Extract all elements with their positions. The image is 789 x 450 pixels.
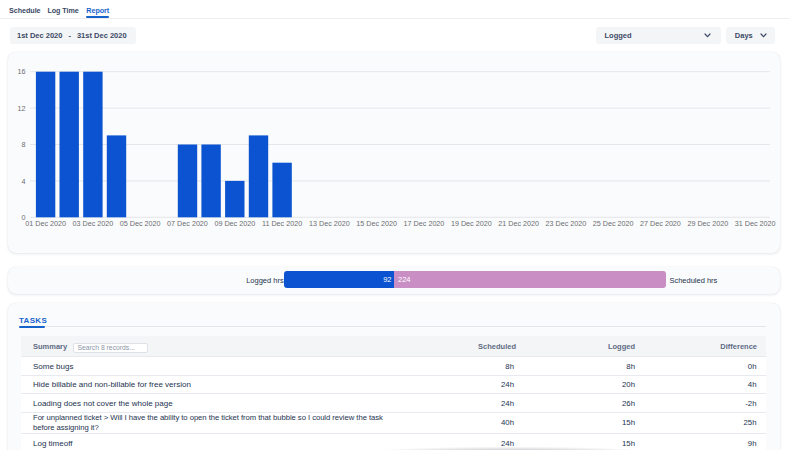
svg-text:15 Dec 2020: 15 Dec 2020 <box>356 219 397 228</box>
svg-text:19 Dec 2020: 19 Dec 2020 <box>451 219 492 228</box>
svg-text:07 Dec 2020: 07 Dec 2020 <box>167 219 208 228</box>
svg-text:11 Dec 2020: 11 Dec 2020 <box>262 219 302 228</box>
svg-text:17 Dec 2020: 17 Dec 2020 <box>404 219 445 228</box>
svg-text:27 Dec 2020: 27 Dec 2020 <box>640 219 681 228</box>
svg-text:4: 4 <box>22 177 26 186</box>
svg-text:23 Dec 2020: 23 Dec 2020 <box>546 219 587 228</box>
svg-text:13 Dec 2020: 13 Dec 2020 <box>309 219 350 228</box>
svg-text:21 Dec 2020: 21 Dec 2020 <box>498 219 539 228</box>
svg-text:09 Dec 2020: 09 Dec 2020 <box>214 219 255 228</box>
svg-text:01 Dec 2020: 01 Dec 2020 <box>25 219 66 228</box>
svg-text:29 Dec 2020: 29 Dec 2020 <box>687 219 728 228</box>
svg-text:16: 16 <box>18 67 26 76</box>
svg-text:03 Dec 2020: 03 Dec 2020 <box>73 219 114 228</box>
svg-text:05 Dec 2020: 05 Dec 2020 <box>120 219 161 228</box>
svg-text:12: 12 <box>18 104 26 113</box>
svg-text:25 Dec 2020: 25 Dec 2020 <box>593 219 634 228</box>
svg-text:31 Dec 2020: 31 Dec 2020 <box>735 219 776 228</box>
svg-text:8: 8 <box>22 140 26 149</box>
